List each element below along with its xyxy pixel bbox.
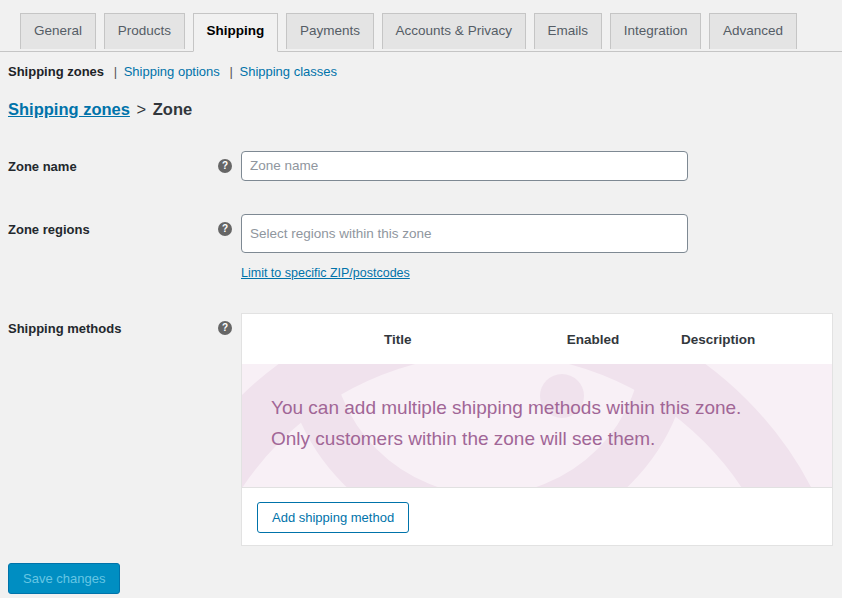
save-row: Save changes — [8, 563, 834, 594]
settings-tab-bar: General Products Shipping Payments Accou… — [0, 0, 842, 52]
column-header-title: Title — [384, 331, 412, 346]
subnav-separator: | — [229, 64, 232, 79]
subnav-separator: | — [114, 64, 117, 79]
blank-state-message-line1: You can add multiple shipping methods wi… — [271, 392, 812, 423]
subnav-shipping-zones[interactable]: Shipping zones — [8, 64, 104, 79]
tab-products[interactable]: Products — [104, 13, 185, 49]
tab-integration[interactable]: Integration — [610, 13, 702, 49]
zone-name-label: Zone name — [8, 151, 218, 174]
limit-postcodes-link[interactable]: Limit to specific ZIP/postcodes — [241, 266, 410, 280]
subnav-shipping-classes[interactable]: Shipping classes — [239, 64, 337, 79]
zone-regions-row: Zone regions ? Limit to specific ZIP/pos… — [0, 214, 842, 280]
subnav-shipping-options[interactable]: Shipping options — [124, 64, 220, 79]
zone-name-row: Zone name ? — [0, 151, 842, 181]
column-header-enabled: Enabled — [567, 331, 620, 346]
tab-accounts-privacy[interactable]: Accounts & Privacy — [382, 13, 526, 49]
page-title: Zone — [153, 100, 192, 118]
shipping-methods-blank-state: You can add multiple shipping methods wi… — [242, 364, 832, 487]
zone-name-input[interactable] — [241, 151, 688, 181]
breadcrumb: Shipping zones > Zone — [8, 100, 834, 119]
tab-general[interactable]: General — [20, 13, 96, 49]
breadcrumb-separator: > — [137, 100, 147, 118]
shipping-methods-table: Title Enabled Description You can add mu… — [241, 313, 833, 546]
tab-payments[interactable]: Payments — [286, 13, 374, 49]
save-changes-button[interactable]: Save changes — [8, 563, 120, 594]
help-icon[interactable]: ? — [218, 159, 232, 173]
column-header-description: Description — [681, 331, 755, 346]
zone-regions-input[interactable] — [241, 214, 688, 253]
tab-shipping[interactable]: Shipping — [193, 13, 279, 52]
zone-settings-form: Zone name ? Zone regions ? Limit to spec… — [0, 151, 842, 546]
tab-advanced[interactable]: Advanced — [709, 13, 797, 49]
add-shipping-method-button[interactable]: Add shipping method — [257, 502, 409, 533]
help-icon[interactable]: ? — [218, 321, 232, 335]
shipping-methods-label: Shipping methods — [8, 313, 218, 336]
shipping-subnav: Shipping zones | Shipping options | Ship… — [8, 64, 834, 79]
shipping-methods-table-header: Title Enabled Description — [242, 314, 832, 364]
breadcrumb-shipping-zones-link[interactable]: Shipping zones — [8, 100, 130, 118]
blank-state-message: You can add multiple shipping methods wi… — [242, 364, 832, 454]
shipping-methods-table-footer: Add shipping method — [242, 487, 832, 545]
blank-state-message-line2: Only customers within the zone will see … — [271, 423, 812, 454]
shipping-methods-row: Shipping methods ? Title Enabled Descrip… — [0, 313, 842, 546]
tab-emails[interactable]: Emails — [534, 13, 603, 49]
help-icon[interactable]: ? — [218, 222, 232, 236]
zone-regions-label: Zone regions — [8, 214, 218, 237]
